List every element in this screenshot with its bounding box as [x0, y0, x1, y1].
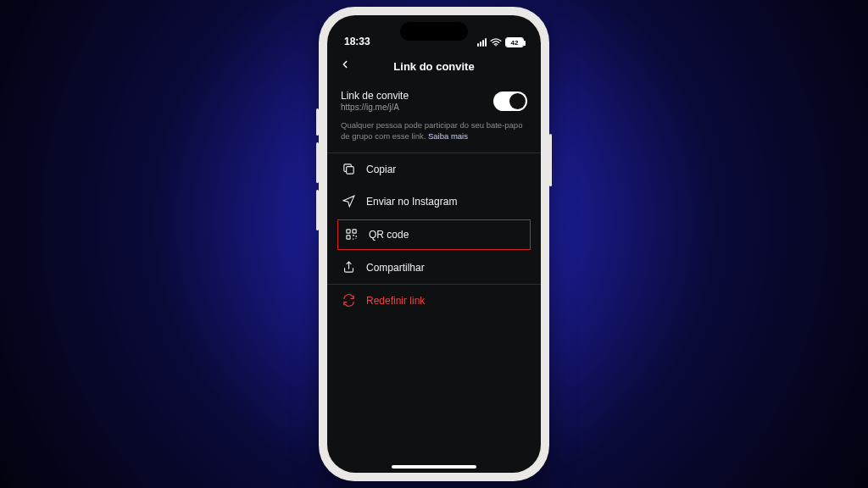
- battery-icon: 42: [505, 37, 524, 47]
- dynamic-island: [400, 22, 468, 41]
- svg-rect-4: [346, 236, 349, 239]
- svg-point-0: [495, 45, 497, 47]
- status-time: 18:33: [344, 36, 370, 47]
- back-button[interactable]: [327, 58, 363, 74]
- nav-header: Link do convite: [327, 49, 541, 83]
- invite-link-label: Link de convite: [341, 90, 409, 102]
- share-icon: [341, 260, 356, 275]
- svg-rect-1: [346, 167, 353, 175]
- menu-share-label: Compartilhar: [366, 262, 425, 274]
- send-icon: [341, 194, 356, 209]
- battery-level: 42: [506, 38, 523, 47]
- phone-screen: 18:33 42 Link do convite Link de convite: [327, 15, 541, 473]
- cellular-icon: [477, 38, 487, 47]
- learn-more-link[interactable]: Saiba mais: [428, 131, 468, 141]
- phone-frame: 18:33 42 Link do convite Link de convite: [319, 7, 549, 481]
- menu-copy[interactable]: Copiar: [327, 153, 541, 186]
- menu-reset[interactable]: Redefinir link: [327, 285, 541, 317]
- invite-link-toggle[interactable]: [493, 92, 527, 111]
- wifi-icon: [490, 38, 502, 47]
- menu-send-label: Enviar no Instagram: [366, 196, 457, 208]
- menu-qr-label: QR code: [369, 229, 409, 241]
- menu-send[interactable]: Enviar no Instagram: [327, 186, 541, 218]
- qr-icon: [343, 227, 359, 242]
- menu-copy-label: Copiar: [366, 164, 396, 175]
- home-indicator[interactable]: [392, 465, 476, 469]
- reset-icon: [341, 293, 356, 308]
- invite-description: Qualquer pessoa pode participar do seu b…: [327, 117, 541, 152]
- menu-qr[interactable]: QR code: [337, 219, 531, 250]
- copy-icon: [341, 162, 356, 177]
- svg-rect-2: [346, 230, 349, 233]
- invite-link-row: Link de convite https://ig.me/j/A: [327, 83, 541, 117]
- menu-share[interactable]: Compartilhar: [327, 252, 541, 284]
- menu-reset-label: Redefinir link: [366, 295, 425, 307]
- invite-link-url: https://ig.me/j/A: [341, 103, 409, 112]
- svg-rect-3: [352, 230, 355, 233]
- stage-background: 18:33 42 Link do convite Link de convite: [0, 0, 868, 488]
